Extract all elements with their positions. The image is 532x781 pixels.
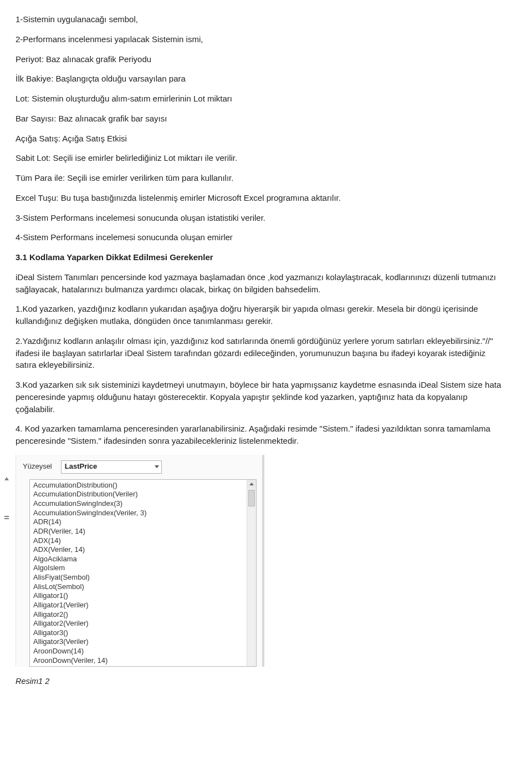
- para-9: Tüm Para ile: Seçili ise emirler verilir…: [16, 172, 505, 184]
- para-12: 4-Sistem Performans incelemesi sonucunda…: [16, 231, 505, 244]
- para-10: Excel Tuşu: Bu tuşa bastığınızda listele…: [16, 192, 505, 204]
- para-16: 3.Kod yazarken sık sık sisteminizi kayde…: [16, 379, 505, 415]
- figure-caption: Resim1 2: [16, 676, 505, 687]
- field-select-value: LastPrice: [65, 462, 98, 472]
- scroll-thumb[interactable]: [248, 490, 255, 506]
- para-8: Sabit Lot: Seçili ise emirler belirlediğ…: [16, 152, 505, 164]
- completion-item[interactable]: AccumulationDistribution(Veriler): [33, 490, 254, 499]
- para-11: 3-Sistem Performans incelemesi sonucunda…: [16, 212, 505, 224]
- completion-item[interactable]: ADX(Veriler, 14): [33, 545, 254, 555]
- depth-label: Yüzeysel: [23, 462, 52, 472]
- para-1: 1-Sistemin uygulanacağı sembol,: [16, 13, 505, 26]
- completion-item[interactable]: Alligator1(Veriler): [33, 601, 254, 610]
- completion-item[interactable]: ADR(Veriler, 14): [33, 527, 254, 536]
- scroll-up-button[interactable]: [247, 480, 256, 489]
- completion-list[interactable]: AccumulationDistribution()AccumulationDi…: [30, 480, 256, 667]
- para-17: 4. Kod yazarken tamamlama penceresinden …: [16, 423, 505, 447]
- completion-panel: Yüzeysel LastPrice AccumulationDistribut…: [16, 455, 264, 667]
- completion-item[interactable]: AccumulationDistribution(): [33, 481, 254, 490]
- para-7: Açığa Satış: Açığa Satış Etkisi: [16, 133, 505, 145]
- chevron-down-icon: [155, 465, 159, 468]
- completion-item[interactable]: Alligator3(): [33, 628, 254, 638]
- completion-list-container: AccumulationDistribution()AccumulationDi…: [29, 479, 257, 667]
- completion-item[interactable]: Alligator2(): [33, 610, 254, 620]
- completion-item[interactable]: Alligator3(Veriler): [33, 637, 254, 647]
- scrollbar[interactable]: [247, 480, 256, 667]
- completion-item[interactable]: AlgoAciklama: [33, 555, 254, 564]
- para-4: İlk Bakiye: Başlangıçta olduğu varsayıla…: [16, 73, 505, 85]
- completion-item[interactable]: AlgoIslem: [33, 564, 254, 573]
- completion-item[interactable]: ADR(14): [33, 518, 254, 527]
- para-15: 2.Yazdığınız kodların anlaşılır olması i…: [16, 335, 505, 371]
- completion-item[interactable]: AccumulationSwingIndex(3): [33, 499, 254, 509]
- completion-item[interactable]: Alligator1(): [33, 591, 254, 601]
- heading-3-1: 3.1 Kodlama Yaparken Dikkat Edilmesi Ger…: [16, 251, 505, 263]
- para-13: iDeal Sistem Tanımları pencersinde kod y…: [16, 271, 505, 296]
- completion-item[interactable]: AroonDown(14): [33, 647, 254, 656]
- completion-item[interactable]: AccumulationSwingIndex(Veriler, 3): [33, 509, 254, 518]
- completion-item[interactable]: AlisLot(Sembol): [33, 582, 254, 592]
- para-2: 2-Performans incelenmesi yapılacak Siste…: [16, 33, 505, 45]
- para-5: Lot: Sistemin oluşturduğu alım-satım emi…: [16, 93, 505, 105]
- para-3: Periyot: Baz alınacak grafik Periyodu: [16, 53, 505, 65]
- completion-item[interactable]: ADX(14): [33, 536, 254, 546]
- para-14: 1.Kod yazarken, yazdığınız kodların yuka…: [16, 303, 505, 327]
- para-6: Bar Sayısı: Baz alınacak grafik bar sayı…: [16, 113, 505, 125]
- completion-item[interactable]: AroonDown(Veriler, 14): [33, 656, 254, 666]
- completion-item[interactable]: AlisFiyat(Sembol): [33, 573, 254, 582]
- field-select[interactable]: LastPrice: [61, 460, 162, 474]
- gutter-caret-icon: [4, 477, 9, 480]
- editor-gutter: [1, 477, 12, 519]
- gutter-lines-icon: [4, 516, 9, 519]
- completion-item[interactable]: Alligator2(Veriler): [33, 619, 254, 628]
